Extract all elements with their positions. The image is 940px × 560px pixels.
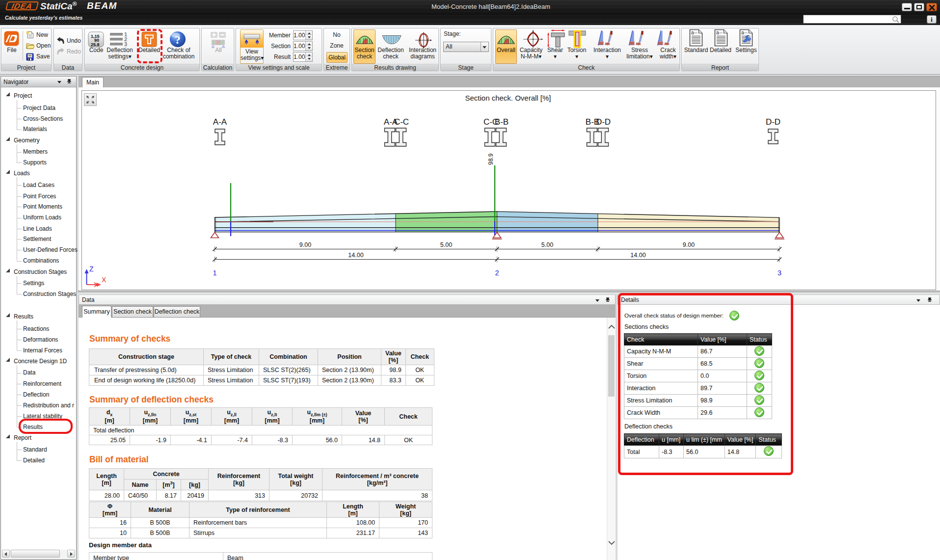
svg-text:2: 2 — [495, 269, 499, 277]
svg-text:9.00: 9.00 — [299, 241, 311, 248]
svg-text:?: ? — [175, 34, 181, 46]
svg-text:14.00: 14.00 — [348, 252, 363, 259]
svg-text:C-C: C-C — [394, 117, 409, 127]
svg-text:3: 3 — [778, 269, 781, 277]
svg-text:5.00: 5.00 — [541, 241, 553, 248]
svg-text:98.9: 98.9 — [487, 153, 494, 165]
svg-text:a: a — [716, 30, 719, 35]
svg-text:14.00: 14.00 — [630, 252, 645, 259]
svg-text:A-A: A-A — [213, 117, 227, 127]
svg-text:a: a — [691, 30, 694, 35]
svg-text:X: X — [102, 276, 107, 284]
svg-text:B-B: B-B — [495, 117, 509, 127]
svg-text:25.8: 25.8 — [91, 42, 100, 47]
svg-text:5.00: 5.00 — [440, 241, 452, 248]
svg-text:1: 1 — [213, 269, 216, 277]
svg-text:9.00: 9.00 — [683, 241, 695, 248]
svg-text:D-D: D-D — [766, 117, 780, 127]
svg-text:Z: Z — [89, 265, 94, 273]
svg-text:D-D: D-D — [596, 117, 611, 127]
svg-text:a: a — [741, 30, 744, 35]
